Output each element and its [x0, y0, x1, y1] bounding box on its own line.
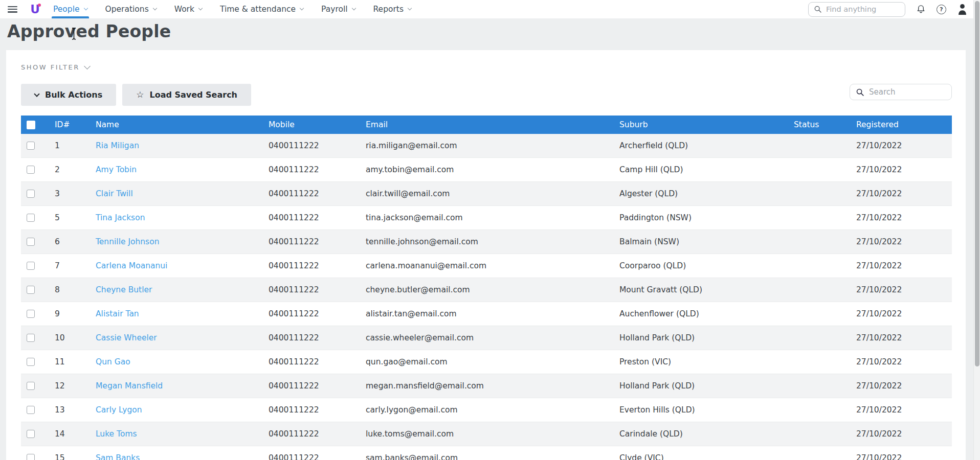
person-name-link[interactable]: Carlena Moananui: [96, 261, 167, 270]
person-name-link[interactable]: Luke Toms: [96, 429, 137, 439]
foundu-logo[interactable]: U: [29, 3, 40, 16]
scrollbar-thumb[interactable]: [975, 1, 979, 366]
column-header-name[interactable]: Name: [90, 120, 263, 129]
column-header-status[interactable]: Status: [788, 120, 851, 129]
cell-name: Cheyne Butler: [90, 285, 263, 294]
column-header-id[interactable]: ID#: [49, 120, 90, 129]
cell-id: 13: [49, 405, 90, 415]
select-all-checkbox[interactable]: [27, 121, 35, 129]
cell-text-email: cassie.wheeler@email.com: [366, 333, 474, 342]
hamburger-menu-icon[interactable]: [8, 6, 17, 13]
nav-item-operations[interactable]: Operations: [104, 0, 158, 18]
table-search[interactable]: [850, 84, 952, 100]
row-checkbox[interactable]: [27, 334, 35, 342]
row-checkbox[interactable]: [27, 190, 35, 198]
cell-text-id: 9: [55, 309, 60, 318]
row-checkbox[interactable]: [27, 262, 35, 270]
header-select-cell: [21, 121, 49, 129]
nav-item-people[interactable]: People: [52, 0, 89, 18]
row-select-cell: [21, 454, 49, 460]
cell-text-mobile: 0400111222: [269, 237, 319, 246]
global-search[interactable]: [808, 2, 905, 17]
person-name-link[interactable]: Megan Mansfield: [96, 381, 163, 390]
row-checkbox[interactable]: [27, 382, 35, 390]
cell-mobile: 0400111222: [263, 357, 360, 366]
row-checkbox[interactable]: [27, 214, 35, 222]
column-header-email[interactable]: Email: [360, 120, 614, 129]
chevron-down-icon: [83, 6, 87, 10]
cell-email: tennille.johnson@email.com: [360, 237, 614, 246]
cell-name: Tennille Johnson: [90, 237, 263, 246]
cell-name: Amy Tobin: [90, 165, 263, 174]
cell-text-suburb: Carindale (QLD): [619, 429, 683, 439]
person-name-link[interactable]: Tina Jackson: [96, 213, 145, 222]
person-name-link[interactable]: Cassie Wheeler: [96, 333, 157, 342]
star-icon: ☆: [136, 89, 144, 100]
row-checkbox[interactable]: [27, 430, 35, 438]
column-header-suburb[interactable]: Suburb: [614, 120, 788, 129]
row-checkbox[interactable]: [27, 358, 35, 366]
row-checkbox[interactable]: [27, 454, 35, 460]
cell-id: 10: [49, 333, 90, 342]
person-name-link[interactable]: Qun Gao: [96, 357, 130, 366]
person-name-link[interactable]: Cheyne Butler: [96, 285, 152, 294]
table-search-input[interactable]: [869, 87, 941, 97]
table-row: 7Carlena Moananui0400111222carlena.moana…: [21, 254, 952, 278]
person-name-link[interactable]: Carly Lygon: [96, 405, 142, 415]
cell-mobile: 0400111222: [263, 285, 360, 294]
table-row: 12Megan Mansfield0400111222megan.mansfie…: [21, 374, 952, 398]
row-checkbox[interactable]: [27, 406, 35, 414]
nav-item-time-attendance[interactable]: Time & attendance: [218, 0, 305, 18]
row-checkbox[interactable]: [27, 310, 35, 318]
cell-text-mobile: 0400111222: [269, 357, 319, 366]
cell-text-suburb: Mount Gravatt (QLD): [619, 285, 702, 294]
vertical-scrollbar[interactable]: [973, 0, 980, 460]
chevron-down-icon: [152, 6, 157, 10]
user-avatar[interactable]: [957, 3, 968, 16]
table-row: 2Amy Tobin0400111222amy.tobin@email.comC…: [21, 158, 952, 182]
cell-text-id: 2: [55, 165, 60, 174]
person-name-link[interactable]: Amy Tobin: [96, 165, 137, 174]
bulk-actions-button[interactable]: Bulk Actions: [21, 84, 116, 106]
cell-mobile: 0400111222: [263, 261, 360, 270]
load-saved-search-button[interactable]: ☆ Load Saved Search: [122, 84, 251, 106]
cell-suburb: Holland Park (QLD): [614, 381, 788, 390]
column-header-registered[interactable]: Registered: [851, 120, 952, 129]
row-select-cell: [21, 238, 49, 246]
row-checkbox[interactable]: [27, 142, 35, 150]
cell-email: luke.toms@email.com: [360, 429, 614, 439]
chevron-down-icon: [300, 6, 304, 10]
cell-text-email: tennille.johnson@email.com: [366, 237, 478, 246]
row-select-cell: [21, 334, 49, 342]
row-checkbox[interactable]: [27, 238, 35, 246]
cell-text-mobile: 0400111222: [269, 261, 319, 270]
cell-mobile: 0400111222: [263, 309, 360, 318]
person-name-link[interactable]: Sam Banks: [96, 453, 140, 460]
person-name-link[interactable]: Alistair Tan: [96, 309, 139, 318]
person-name-link[interactable]: Ria Miligan: [96, 141, 139, 150]
nav-item-label: Time & attendance: [220, 5, 296, 14]
column-header-mobile[interactable]: Mobile: [263, 120, 360, 129]
nav-item-work[interactable]: Work: [173, 0, 204, 18]
cell-id: 14: [49, 429, 90, 439]
cell-id: 5: [49, 213, 90, 222]
cell-text-suburb: Auchenflower (QLD): [619, 309, 699, 318]
main-nav: PeopleOperationsWorkTime & attendancePay…: [52, 0, 428, 18]
cell-text-registered: 27/10/2022: [856, 405, 902, 415]
chevron-down-icon: [34, 91, 39, 97]
nav-item-payroll[interactable]: Payroll: [320, 0, 357, 18]
help-button[interactable]: ?: [937, 5, 946, 14]
cell-registered: 27/10/2022: [851, 405, 952, 415]
row-checkbox[interactable]: [27, 166, 35, 174]
cell-text-email: clair.twill@email.com: [366, 189, 450, 198]
person-name-link[interactable]: Tennille Johnson: [96, 237, 159, 246]
show-filter-toggle[interactable]: SHOW FILTER: [21, 63, 90, 71]
nav-item-reports[interactable]: Reports: [372, 0, 413, 18]
notifications-button[interactable]: [916, 4, 926, 14]
global-search-input[interactable]: [826, 5, 898, 13]
person-name-link[interactable]: Clair Twill: [96, 189, 133, 198]
row-select-cell: [21, 358, 49, 366]
row-checkbox[interactable]: [27, 286, 35, 294]
cell-id: 6: [49, 237, 90, 246]
cell-text-suburb: Archerfield (QLD): [619, 141, 688, 150]
